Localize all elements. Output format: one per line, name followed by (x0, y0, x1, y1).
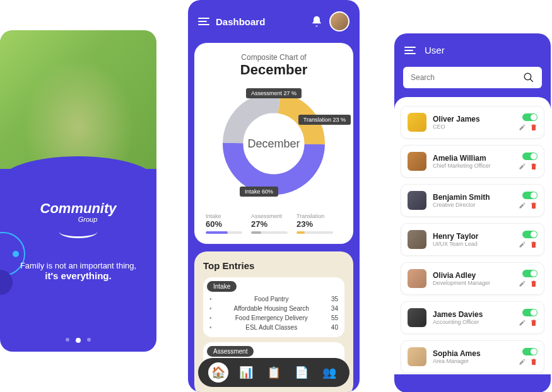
delete-icon[interactable] (530, 202, 537, 209)
search-icon[interactable] (523, 72, 534, 83)
user-role: Creative Director (433, 202, 512, 208)
page-dot[interactable] (66, 338, 69, 342)
user-name: Sophia Ames (433, 349, 512, 358)
user-info: James Davies Accounting Officer (433, 310, 512, 325)
page-dot[interactable] (87, 338, 91, 342)
page-dot-active[interactable] (76, 338, 81, 343)
edit-icon[interactable] (519, 319, 526, 326)
user-actions (519, 270, 537, 287)
logo-sub: Group (26, 216, 149, 223)
entry-label: Affordable Housing Search (234, 305, 309, 312)
user-avatar (408, 269, 426, 288)
toggle-switch[interactable] (522, 153, 537, 160)
nav-list-icon[interactable]: 📋 (264, 362, 284, 383)
nav-users-icon[interactable]: 👥 (319, 362, 339, 383)
user-avatar[interactable] (329, 11, 349, 32)
stat-bar (206, 231, 242, 234)
user-name: Benjamin Smith (433, 193, 512, 202)
entry-label: ESL Adult Classes (245, 324, 297, 331)
user-info: Benjamin Smith Creative Director (433, 193, 512, 208)
entry-section: Intake Food Pantry35Affordable Housing S… (203, 277, 344, 337)
toggle-switch[interactable] (522, 309, 537, 316)
community-splash-panel: Community Group Family is not an importa… (0, 30, 156, 352)
edit-icon[interactable] (519, 280, 526, 287)
logo-main: Community (40, 200, 117, 216)
chart-label-assessment: Assessment 27 % (246, 88, 302, 98)
toggle-switch[interactable] (522, 113, 537, 121)
edit-icon[interactable] (519, 124, 526, 131)
search-bar[interactable] (403, 67, 542, 88)
toggle-switch[interactable] (522, 192, 537, 199)
stat-item: Translation 23% (297, 213, 342, 234)
dashboard-header: Dashboard (188, 0, 360, 43)
delete-icon[interactable] (530, 319, 537, 326)
dashboard-panel: Dashboard Composite Chart of December De… (188, 0, 360, 392)
nav-home-icon[interactable]: 🏠 (208, 362, 228, 383)
delete-icon[interactable] (530, 358, 537, 366)
user-actions (519, 153, 537, 170)
user-avatar (408, 230, 426, 249)
delete-icon[interactable] (530, 163, 537, 170)
user-card[interactable]: James Davies Accounting Officer (401, 301, 544, 334)
stat-bar (297, 231, 333, 234)
user-avatar (408, 347, 426, 366)
entry-label: Food Pantry (254, 296, 288, 303)
stat-item: Intake 60% (206, 213, 251, 234)
page-dots[interactable] (8, 338, 149, 343)
stat-value: 60% (206, 219, 251, 229)
user-card[interactable]: Amelia William Chief Marketing Officer (401, 145, 544, 178)
top-entries-title: Top Entries (203, 260, 344, 271)
search-input[interactable] (411, 73, 523, 82)
delete-icon[interactable] (530, 124, 537, 131)
user-name: Amelia William (433, 154, 512, 163)
user-name: Olivia Adley (433, 271, 512, 280)
menu-icon[interactable] (404, 47, 416, 54)
stat-value: 23% (297, 219, 342, 229)
user-actions (519, 192, 537, 209)
user-actions (519, 113, 537, 131)
user-avatar (408, 191, 426, 210)
edit-icon[interactable] (519, 241, 526, 248)
user-avatar (408, 113, 426, 132)
bell-icon[interactable] (310, 15, 323, 28)
user-panel: User Oliver James CEO Amelia William Chi… (394, 33, 551, 392)
bottom-nav: 🏠 📊 📋 📄 👥 (198, 358, 349, 387)
toggle-switch[interactable] (522, 231, 537, 238)
donut-chart: December Assessment 27 % Translation 23 … (217, 87, 331, 200)
tagline: Family is not an important thing, it's e… (8, 261, 149, 281)
user-name: Henry Taylor (433, 232, 512, 241)
stat-label: Translation (297, 213, 342, 219)
toggle-switch[interactable] (522, 270, 537, 277)
stat-item: Assessment 27% (251, 213, 297, 234)
user-header: User (394, 33, 551, 67)
stat-bar (251, 231, 288, 234)
logo-swoosh (59, 226, 97, 238)
user-card[interactable]: Olivia Adley Development Manager (401, 262, 544, 295)
nav-doc-icon[interactable]: 📄 (291, 362, 312, 383)
edit-icon[interactable] (519, 202, 526, 209)
user-card[interactable]: Oliver James CEO (401, 106, 544, 139)
edit-icon[interactable] (519, 358, 526, 366)
entry-row: Affordable Housing Search34 (209, 304, 338, 313)
user-card[interactable]: Henry Taylor UI/UX Team Lead (401, 223, 544, 256)
toggle-switch[interactable] (522, 348, 537, 355)
user-actions (519, 348, 537, 366)
user-role: CEO (433, 124, 512, 130)
user-card[interactable]: Sophia Ames Area Manager (401, 340, 544, 373)
chart-card: Composite Chart of December December Ass… (194, 43, 353, 244)
user-info: Oliver James CEO (433, 115, 512, 130)
user-list: Oliver James CEO Amelia William Chief Ma… (394, 97, 551, 374)
user-name: James Davies (433, 310, 512, 319)
delete-icon[interactable] (530, 280, 537, 287)
user-card[interactable]: Benjamin Smith Creative Director (401, 184, 544, 217)
user-info: Henry Taylor UI/UX Team Lead (433, 232, 512, 247)
user-actions (519, 309, 537, 326)
tagline-line1: Family is not an important thing, (20, 261, 136, 270)
user-info: Olivia Adley Development Manager (433, 271, 512, 286)
menu-icon[interactable] (198, 18, 209, 25)
nav-chart-icon[interactable]: 📊 (236, 362, 256, 383)
delete-icon[interactable] (530, 241, 537, 248)
user-info: Amelia William Chief Marketing Officer (433, 154, 512, 169)
edit-icon[interactable] (519, 163, 526, 170)
user-role: Chief Marketing Officer (433, 163, 512, 169)
